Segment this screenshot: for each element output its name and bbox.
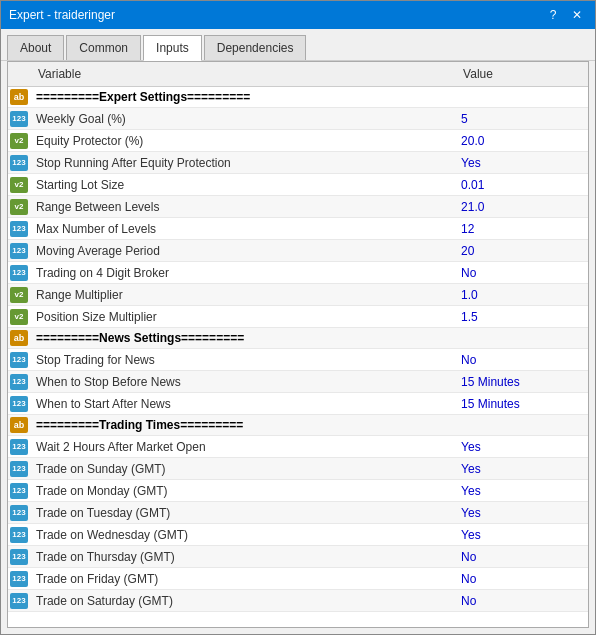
tab-about[interactable]: About: [7, 35, 64, 60]
table-row[interactable]: 123When to Start After News15 Minutes: [8, 393, 588, 415]
row-value[interactable]: 12: [455, 218, 588, 240]
row-icon: 123: [8, 349, 30, 371]
title-bar-buttons: ? ✕: [543, 5, 587, 25]
row-variable: Moving Average Period: [30, 240, 455, 262]
table-row[interactable]: 123Trade on Tuesday (GMT)Yes: [8, 502, 588, 524]
row-variable: Stop Trading for News: [30, 349, 455, 371]
row-icon: 123: [8, 480, 30, 502]
table-row[interactable]: 123Wait 2 Hours After Market OpenYes: [8, 436, 588, 458]
row-variable: Trade on Wednesday (GMT): [30, 524, 455, 546]
row-variable: Trading on 4 Digit Broker: [30, 262, 455, 284]
table-row[interactable]: 123Trading on 4 Digit BrokerNo: [8, 262, 588, 284]
tab-common[interactable]: Common: [66, 35, 141, 60]
row-variable: Trade on Sunday (GMT): [30, 458, 455, 480]
table-row[interactable]: 123When to Stop Before News15 Minutes: [8, 371, 588, 393]
row-variable: Range Between Levels: [30, 196, 455, 218]
row-value[interactable]: 15 Minutes: [455, 371, 588, 393]
main-window: Expert - traideringer ? ✕ About Common I…: [0, 0, 596, 635]
row-value[interactable]: Yes: [455, 436, 588, 458]
table-row[interactable]: ab=========Trading Times=========: [8, 415, 588, 436]
row-value[interactable]: [455, 328, 588, 349]
table-row[interactable]: 123Moving Average Period20: [8, 240, 588, 262]
table-row[interactable]: 123Trade on Thursday (GMT)No: [8, 546, 588, 568]
row-value[interactable]: No: [455, 262, 588, 284]
col-value-header: Value: [455, 62, 588, 87]
table-row[interactable]: 123Trade on Sunday (GMT)Yes: [8, 458, 588, 480]
row-value[interactable]: Yes: [455, 152, 588, 174]
row-icon: 123: [8, 393, 30, 415]
table-row[interactable]: 123Trade on Wednesday (GMT)Yes: [8, 524, 588, 546]
tab-inputs[interactable]: Inputs: [143, 35, 202, 61]
table-row[interactable]: v2Range Between Levels21.0: [8, 196, 588, 218]
row-value[interactable]: No: [455, 546, 588, 568]
row-value[interactable]: No: [455, 590, 588, 612]
row-value[interactable]: [455, 87, 588, 108]
row-value[interactable]: Yes: [455, 524, 588, 546]
row-value[interactable]: Yes: [455, 502, 588, 524]
row-icon: ab: [8, 87, 30, 108]
row-variable: Trade on Monday (GMT): [30, 480, 455, 502]
table-row[interactable]: v2Position Size Multiplier1.5: [8, 306, 588, 328]
row-value[interactable]: Yes: [455, 458, 588, 480]
row-icon: 123: [8, 502, 30, 524]
row-variable: =========Expert Settings=========: [30, 87, 455, 108]
row-value[interactable]: 5: [455, 108, 588, 130]
row-icon: v2: [8, 284, 30, 306]
table-row[interactable]: 123Stop Running After Equity ProtectionY…: [8, 152, 588, 174]
row-variable: Max Number of Levels: [30, 218, 455, 240]
table-row[interactable]: 123Max Number of Levels12: [8, 218, 588, 240]
table-row[interactable]: v2Equity Protector (%)20.0: [8, 130, 588, 152]
inputs-table: Variable Value ab=========Expert Setting…: [8, 62, 588, 612]
row-value[interactable]: Yes: [455, 480, 588, 502]
row-value[interactable]: No: [455, 349, 588, 371]
row-variable: Trade on Tuesday (GMT): [30, 502, 455, 524]
row-value[interactable]: 21.0: [455, 196, 588, 218]
col-variable-header: Variable: [30, 62, 455, 87]
row-icon: ab: [8, 328, 30, 349]
row-value[interactable]: [455, 415, 588, 436]
row-value[interactable]: No: [455, 568, 588, 590]
table-row[interactable]: v2Range Multiplier1.0: [8, 284, 588, 306]
table-container: Variable Value ab=========Expert Setting…: [8, 62, 588, 627]
row-icon: 123: [8, 436, 30, 458]
table-row[interactable]: ab=========Expert Settings=========: [8, 87, 588, 108]
row-variable: When to Stop Before News: [30, 371, 455, 393]
col-icon-header: [8, 62, 30, 87]
row-variable: Wait 2 Hours After Market Open: [30, 436, 455, 458]
row-icon: v2: [8, 130, 30, 152]
table-row[interactable]: 123Trade on Saturday (GMT)No: [8, 590, 588, 612]
row-icon: 123: [8, 458, 30, 480]
row-variable: =========News Settings=========: [30, 328, 455, 349]
table-row[interactable]: 123Trade on Monday (GMT)Yes: [8, 480, 588, 502]
row-variable: Trade on Thursday (GMT): [30, 546, 455, 568]
close-button[interactable]: ✕: [567, 5, 587, 25]
row-value[interactable]: 1.5: [455, 306, 588, 328]
window-title: Expert - traideringer: [9, 8, 115, 22]
table-row[interactable]: v2Starting Lot Size0.01: [8, 174, 588, 196]
row-variable: Weekly Goal (%): [30, 108, 455, 130]
row-variable: Trade on Saturday (GMT): [30, 590, 455, 612]
row-icon: 123: [8, 262, 30, 284]
table-row[interactable]: ab=========News Settings=========: [8, 328, 588, 349]
help-button[interactable]: ?: [543, 5, 563, 25]
row-variable: Trade on Friday (GMT): [30, 568, 455, 590]
row-variable: Starting Lot Size: [30, 174, 455, 196]
row-variable: Equity Protector (%): [30, 130, 455, 152]
table-row[interactable]: 123Weekly Goal (%)5: [8, 108, 588, 130]
row-icon: 123: [8, 152, 30, 174]
row-icon: 123: [8, 108, 30, 130]
row-value[interactable]: 20: [455, 240, 588, 262]
table-row[interactable]: 123Stop Trading for NewsNo: [8, 349, 588, 371]
row-icon: ab: [8, 415, 30, 436]
row-value[interactable]: 20.0: [455, 130, 588, 152]
tabs-bar: About Common Inputs Dependencies: [1, 29, 595, 61]
row-variable: Range Multiplier: [30, 284, 455, 306]
row-value[interactable]: 1.0: [455, 284, 588, 306]
table-row[interactable]: 123Trade on Friday (GMT)No: [8, 568, 588, 590]
row-value[interactable]: 15 Minutes: [455, 393, 588, 415]
row-icon: 123: [8, 568, 30, 590]
row-variable: Stop Running After Equity Protection: [30, 152, 455, 174]
row-value[interactable]: 0.01: [455, 174, 588, 196]
tab-dependencies[interactable]: Dependencies: [204, 35, 307, 60]
title-bar: Expert - traideringer ? ✕: [1, 1, 595, 29]
